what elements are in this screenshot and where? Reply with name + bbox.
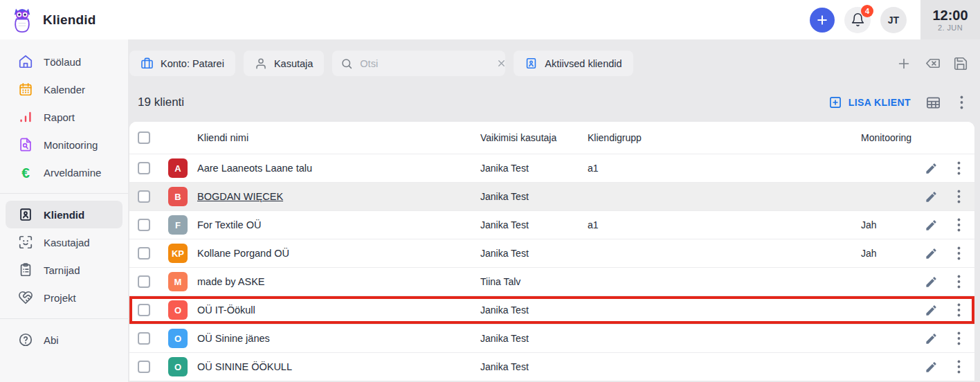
plus-square-icon bbox=[828, 96, 842, 109]
row-checkbox[interactable] bbox=[138, 247, 150, 260]
table-row[interactable]: F For Textile OÜ Janika Test a1 Jah bbox=[129, 211, 974, 239]
client-monitoring: Jah bbox=[861, 248, 925, 259]
table-row[interactable]: B BOGDAN WIĘCEK Janika Test bbox=[129, 183, 974, 211]
row-checkbox[interactable] bbox=[138, 162, 150, 174]
select-all-checkbox[interactable] bbox=[138, 131, 150, 144]
top-header: Kliendid 4 JT 12:00 2. JUN bbox=[0, 0, 980, 39]
list-options-kebab-icon[interactable] bbox=[955, 94, 968, 111]
row-options-kebab-icon[interactable] bbox=[953, 302, 965, 318]
client-monitoring: Jah bbox=[861, 219, 925, 230]
sidebar-item-arveldamine[interactable]: € Arveldamine bbox=[6, 158, 122, 186]
column-header-monitoring: Monitooring bbox=[861, 132, 925, 143]
search-box[interactable] bbox=[332, 51, 505, 76]
plus-icon bbox=[815, 13, 829, 27]
client-avatar: O bbox=[168, 329, 188, 348]
sidebar-label: Monitooring bbox=[44, 139, 98, 151]
edit-pencil-icon[interactable] bbox=[925, 161, 938, 175]
client-avatar: A bbox=[168, 158, 188, 178]
face-scan-icon bbox=[18, 235, 33, 250]
user-filter-chip[interactable]: Kasutaja bbox=[244, 51, 324, 76]
client-name[interactable]: OÜ SININE ÖÖKULL bbox=[197, 361, 292, 372]
clock-panel: 12:00 2. JUN bbox=[920, 0, 980, 39]
owl-logo-icon bbox=[10, 6, 35, 34]
client-name[interactable]: made by ASKE bbox=[197, 276, 265, 287]
client-group: a1 bbox=[588, 163, 861, 174]
row-checkbox[interactable] bbox=[138, 275, 150, 288]
client-name[interactable]: OÜ IT-Öökull bbox=[197, 304, 255, 316]
calendar-icon bbox=[18, 82, 33, 97]
table-row[interactable]: O OÜ SININE ÖÖKULL Janika Test bbox=[129, 353, 974, 381]
search-input[interactable] bbox=[360, 58, 489, 69]
main-content: Konto: Patarei Kasutaja bbox=[128, 39, 980, 382]
row-checkbox[interactable] bbox=[138, 219, 150, 231]
client-badge-icon bbox=[18, 207, 33, 222]
column-header-name: Kliendi nimi bbox=[197, 132, 480, 143]
client-name[interactable]: BOGDAN WIĘCEK bbox=[197, 191, 283, 202]
clear-filters-icon[interactable] bbox=[924, 55, 941, 72]
home-icon bbox=[18, 54, 33, 69]
edit-pencil-icon[interactable] bbox=[925, 331, 938, 345]
clear-search-icon[interactable] bbox=[496, 58, 507, 69]
search-icon bbox=[341, 57, 353, 70]
row-options-kebab-icon[interactable] bbox=[953, 358, 965, 375]
user-avatar[interactable]: JT bbox=[880, 7, 907, 33]
sidebar-item-monitooring[interactable]: Monitooring bbox=[6, 131, 122, 158]
sidebar-item-kliendid[interactable]: Kliendid bbox=[6, 201, 122, 228]
row-options-kebab-icon[interactable] bbox=[953, 188, 965, 205]
table-row[interactable]: O OÜ IT-Öökull Janika Test bbox=[129, 296, 974, 325]
row-checkbox[interactable] bbox=[138, 304, 150, 316]
table-row[interactable]: A Aare Laaneots Laane talu Janika Test a… bbox=[129, 154, 974, 183]
row-checkbox[interactable] bbox=[138, 332, 150, 345]
edit-pencil-icon[interactable] bbox=[925, 190, 938, 203]
client-count: 19 klienti bbox=[138, 96, 184, 109]
add-client-button[interactable]: LISA KLIENT bbox=[828, 96, 911, 109]
account-filter-chip[interactable]: Konto: Patarei bbox=[129, 51, 235, 76]
table-row[interactable]: M made by ASKE Tiina Talv bbox=[129, 268, 974, 296]
row-options-kebab-icon[interactable] bbox=[953, 273, 965, 290]
active-clients-filter-chip[interactable]: Aktiivsed kliendid bbox=[514, 51, 633, 76]
notifications-button[interactable]: 4 bbox=[844, 7, 871, 33]
row-options-kebab-icon[interactable] bbox=[953, 245, 965, 262]
euro-icon: € bbox=[18, 165, 33, 180]
sidebar-divider bbox=[0, 193, 128, 194]
sidebar-label: Kliendid bbox=[44, 209, 84, 221]
help-circle-icon bbox=[18, 332, 33, 347]
sidebar-item-kasutajad[interactable]: Kasutajad bbox=[6, 228, 122, 256]
save-filter-icon[interactable] bbox=[952, 55, 969, 72]
add-filter-icon[interactable] bbox=[896, 55, 912, 72]
client-default-user: Janika Test bbox=[480, 304, 588, 316]
client-avatar: KP bbox=[168, 244, 188, 263]
edit-pencil-icon[interactable] bbox=[925, 246, 938, 260]
table-row[interactable]: KP Kollane Porgand OÜ Janika Test Jah bbox=[129, 239, 974, 268]
notification-count-badge: 4 bbox=[861, 5, 873, 17]
sidebar-divider bbox=[0, 318, 128, 319]
sidebar-item-kalender[interactable]: Kalender bbox=[6, 75, 122, 103]
sidebar-item-tarnijad[interactable]: Tarnijad bbox=[6, 256, 122, 284]
edit-pencil-icon[interactable] bbox=[925, 360, 938, 374]
sidebar-item-abi[interactable]: Abi bbox=[6, 326, 122, 354]
sidebar-item-raport[interactable]: Raport bbox=[6, 103, 122, 131]
sidebar-label: Raport bbox=[44, 111, 75, 123]
table-view-icon[interactable] bbox=[925, 94, 941, 111]
clients-table: Kliendi nimi Vaikimisi kasutaja Kliendig… bbox=[129, 122, 974, 381]
sidebar-item-projekt[interactable]: Projekt bbox=[6, 284, 122, 311]
sidebar-item-toolaud[interactable]: Töölaud bbox=[6, 48, 122, 75]
edit-pencil-icon[interactable] bbox=[925, 303, 938, 317]
client-name[interactable]: Kollane Porgand OÜ bbox=[197, 248, 289, 259]
create-new-button[interactable] bbox=[810, 8, 835, 33]
column-header-group: Kliendigrupp bbox=[588, 132, 861, 143]
edit-pencil-icon[interactable] bbox=[925, 275, 938, 289]
client-default-user: Janika Test bbox=[480, 191, 588, 202]
client-name[interactable]: OÜ Sinine jänes bbox=[197, 333, 270, 344]
row-options-kebab-icon[interactable] bbox=[953, 330, 965, 347]
client-avatar: O bbox=[168, 357, 188, 376]
table-row[interactable]: O OÜ Sinine jänes Janika Test bbox=[129, 325, 974, 353]
row-checkbox[interactable] bbox=[138, 361, 150, 373]
client-name[interactable]: For Textile OÜ bbox=[197, 219, 261, 230]
row-options-kebab-icon[interactable] bbox=[953, 217, 965, 233]
client-name[interactable]: Aare Laaneots Laane talu bbox=[197, 163, 312, 174]
client-group: a1 bbox=[588, 219, 861, 230]
row-checkbox[interactable] bbox=[138, 190, 150, 203]
row-options-kebab-icon[interactable] bbox=[953, 160, 965, 176]
edit-pencil-icon[interactable] bbox=[925, 218, 938, 232]
